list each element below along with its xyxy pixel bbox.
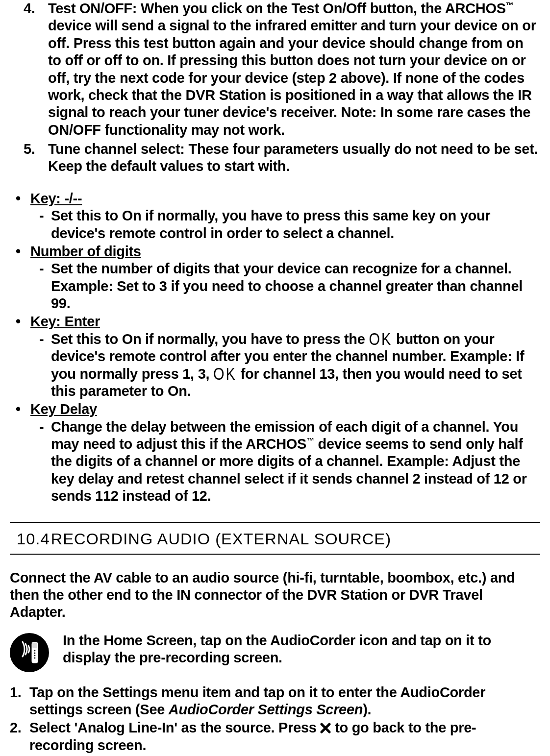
param-desc-list: - Set the number of digits that your dev… xyxy=(30,260,540,312)
step-number: 1. xyxy=(10,684,22,701)
list-text: Tune channel select: These four paramete… xyxy=(48,141,538,174)
audiocorder-instruction: In the Home Screen, tap on the AudioCord… xyxy=(63,632,540,667)
parameter-list: • Key: -/-- - Set this to On if normally… xyxy=(10,190,540,505)
param-desc-text: Set the number of digits that your devic… xyxy=(51,261,523,311)
dash-icon: - xyxy=(39,418,44,436)
page-content: 4. Test ON/OFF: When you click on the Te… xyxy=(10,0,540,756)
param-desc-list: - Set this to On if normally, you have t… xyxy=(30,207,540,242)
section-number: 10.4 xyxy=(17,530,50,549)
bullet-icon: • xyxy=(16,313,21,330)
param-desc: - Set the number of digits that your dev… xyxy=(30,260,540,312)
param-desc: - Change the delay between the emission … xyxy=(30,418,540,505)
svg-point-6 xyxy=(34,657,36,658)
audio-intro: Connect the AV cable to an audio source … xyxy=(10,569,540,621)
close-icon xyxy=(320,723,331,733)
dash-icon: - xyxy=(39,207,44,224)
param-title: Key Delay xyxy=(30,401,97,417)
step-2: 2. Select 'Analog Line-In' as the source… xyxy=(10,719,540,754)
bullet-icon: • xyxy=(16,190,21,207)
svg-point-4 xyxy=(34,652,36,654)
list-number: 4. xyxy=(24,0,35,17)
audio-steps: 1. Tap on the Settings menu item and tap… xyxy=(10,684,540,756)
tm-symbol: ™ xyxy=(306,437,314,445)
param-key-delay: • Key Delay - Change the delay between t… xyxy=(10,401,540,505)
bullet-icon: • xyxy=(16,243,21,260)
dash-icon: - xyxy=(39,331,44,348)
step-1: 1. Tap on the Settings menu item and tap… xyxy=(10,684,540,719)
tm-symbol: ™ xyxy=(506,1,514,9)
audiocorder-instruction-row: In the Home Screen, tap on the AudioCord… xyxy=(10,632,540,672)
ok-button-glyph: OK xyxy=(369,329,392,349)
param-key-enter: • Key: Enter - Set this to On if normall… xyxy=(10,313,540,400)
audiocorder-icon xyxy=(10,633,49,672)
svg-rect-2 xyxy=(32,643,37,648)
param-title: Key: Enter xyxy=(30,314,100,329)
list-item-5: 5. Tune channel select: These four param… xyxy=(10,141,540,175)
param-number-digits: • Number of digits - Set the number of d… xyxy=(10,243,540,313)
svg-point-0 xyxy=(10,633,49,672)
svg-point-3 xyxy=(34,650,36,651)
param-desc: - Set this to On if normally, you have t… xyxy=(30,207,540,242)
step-text: Select 'Analog Line-In' as the source. P… xyxy=(29,720,476,753)
top-ordered-list: 4. Test ON/OFF: When you click on the Te… xyxy=(10,0,540,175)
divider xyxy=(10,554,540,555)
step-number: 2. xyxy=(10,719,22,736)
param-key-slash: • Key: -/-- - Set this to On if normally… xyxy=(10,190,540,242)
section-heading: 10.4RECORDING AUDIO (EXTERNAL SOURCE) xyxy=(17,530,550,549)
param-desc-text: Set this to On if normally, you have to … xyxy=(51,331,524,399)
param-desc-text: Set this to On if normally, you have to … xyxy=(51,208,490,241)
param-desc-list: - Change the delay between the emission … xyxy=(30,418,540,505)
bullet-icon: • xyxy=(16,401,21,418)
dash-icon: - xyxy=(39,260,44,277)
list-text: Test ON/OFF: When you click on the Test … xyxy=(48,0,536,138)
ok-button-glyph: OK xyxy=(213,364,237,384)
param-desc: - Set this to On if normally, you have t… xyxy=(30,331,540,400)
section-title: RECORDING AUDIO (EXTERNAL SOURCE) xyxy=(51,530,391,548)
svg-point-5 xyxy=(34,655,36,656)
param-desc-list: - Set this to On if normally, you have t… xyxy=(30,331,540,400)
param-title: Key: -/-- xyxy=(30,191,82,206)
divider xyxy=(10,522,540,523)
list-item-4: 4. Test ON/OFF: When you click on the Te… xyxy=(10,0,540,139)
step-text: Tap on the Settings menu item and tap on… xyxy=(29,684,485,717)
reference-link: AudioCorder Settings Screen xyxy=(169,702,363,717)
param-title: Number of digits xyxy=(30,244,141,259)
param-desc-text: Change the delay between the emission of… xyxy=(51,419,527,504)
list-number: 5. xyxy=(24,141,35,158)
